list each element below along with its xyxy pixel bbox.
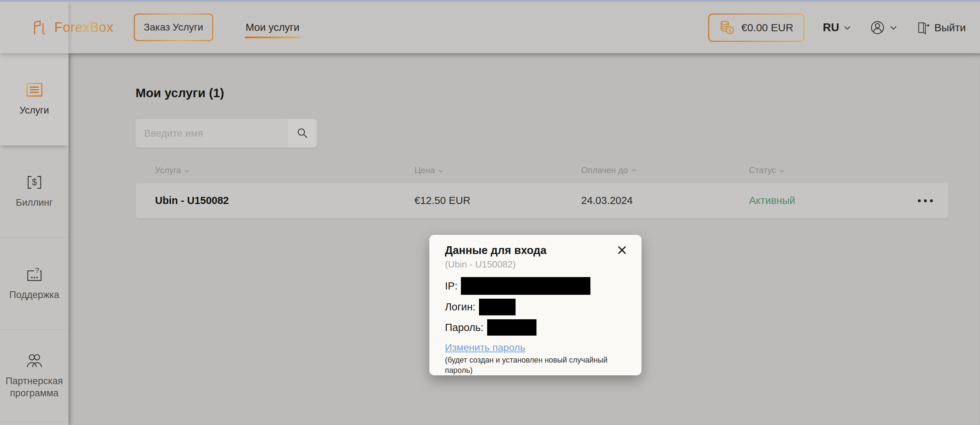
tab-my-services-label: Мои услуги [245, 22, 299, 33]
column-label: Статус [749, 165, 776, 175]
sidebar-item-support[interactable]: ? Поддержка [0, 238, 68, 330]
logout-label: Выйти [934, 22, 966, 34]
partner-people-icon [25, 353, 43, 369]
ip-label: IP: [445, 280, 457, 292]
logout-button[interactable]: Выйти [916, 21, 966, 35]
coins-icon: $ [719, 19, 735, 36]
user-icon [870, 20, 885, 35]
sidebar-item-billing[interactable]: $ Биллинг [0, 145, 68, 238]
password-label: Пароль: [445, 322, 484, 333]
dots-menu-icon [930, 199, 933, 202]
chevron-down-icon [843, 25, 851, 30]
search-box [135, 119, 317, 148]
column-header-paid-until[interactable]: Оплачен до [581, 165, 636, 175]
search-icon [296, 127, 309, 140]
column-header-price[interactable]: Цена [414, 165, 444, 175]
active-tab-underline [245, 37, 300, 38]
header: ForexBox Заказ Услуги Мои услуги [0, 2, 980, 53]
language-selector[interactable]: RU [823, 21, 851, 34]
change-password-link[interactable]: Изменить пароль [445, 342, 525, 353]
chevron-down-icon [889, 25, 897, 30]
brand-name: ForexBox [54, 20, 113, 35]
page-title: Мои услуги (1) [135, 86, 224, 100]
column-label: Оплачен до [581, 165, 628, 175]
credentials: IP: Логин: Пароль: [445, 277, 627, 336]
sidebar-item-label: Биллинг [16, 197, 52, 209]
redacted-login-value [479, 299, 515, 315]
column-header-status[interactable]: Статус [749, 165, 784, 175]
sidebar: Услуги $ Биллинг ? [0, 53, 68, 425]
order-services-label: Заказ Услуги [135, 14, 212, 40]
user-menu[interactable] [870, 20, 897, 35]
redacted-ip-value [461, 277, 590, 295]
close-icon [616, 244, 628, 256]
svg-text:$: $ [729, 28, 731, 33]
dots-menu-icon [918, 199, 921, 202]
tab-my-services[interactable]: Мои услуги [244, 2, 301, 53]
services-list-icon [25, 82, 43, 98]
sidebar-item-label: Поддержка [9, 289, 59, 301]
order-services-button[interactable]: Заказ Услуги [134, 13, 213, 41]
login-data-modal: Данные для входа (Ubin - U150082) IP: Ло… [430, 235, 641, 375]
status-badge: Активный [749, 183, 795, 218]
balance-button[interactable]: $ €0.00 EUR [708, 13, 804, 42]
change-password-note: (будет создан и установлен новый случайн… [445, 355, 627, 376]
row-actions-button[interactable] [906, 183, 945, 218]
sidebar-item-services[interactable]: Услуги [0, 53, 68, 145]
credential-row-ip: IP: [445, 277, 627, 295]
table-row[interactable] [135, 183, 948, 218]
credential-row-password: Пароль: [445, 319, 627, 336]
modal-title: Данные для входа [445, 244, 627, 257]
redacted-password-value [487, 319, 536, 336]
support-chat-icon: ? [25, 266, 43, 283]
column-label: Услуга [155, 165, 181, 175]
brand-logo[interactable]: ForexBox [30, 2, 113, 53]
column-header-service[interactable]: Услуга [155, 165, 189, 175]
logout-icon [916, 21, 930, 35]
table-header: Услуга Цена Оплачен до Статус [68, 165, 980, 178]
billing-dollar-icon: $ [25, 174, 43, 191]
svg-text:?: ? [35, 266, 39, 274]
login-label: Логин: [445, 301, 476, 313]
balance-amount: €0.00 EUR [741, 22, 793, 34]
sidebar-item-label: Услуги [19, 105, 49, 117]
dots-menu-icon [924, 199, 927, 202]
svg-text:$: $ [32, 177, 37, 187]
search-input[interactable] [135, 119, 288, 148]
search-button[interactable] [288, 119, 317, 148]
column-label: Цена [414, 165, 435, 175]
cell-price: €12.50 EUR [414, 183, 471, 218]
language-label: RU [823, 21, 839, 34]
modal-subtitle: (Ubin - U150082) [445, 259, 627, 270]
close-button[interactable] [614, 243, 630, 258]
sidebar-item-label: Партнерская программа [3, 375, 66, 400]
header-right-cluster: $ €0.00 EUR RU [708, 2, 966, 53]
top-accent-strip [0, 0, 980, 2]
cell-service-name: Ubin - U150082 [155, 183, 229, 218]
forexbox-logo-icon [30, 19, 51, 37]
sidebar-item-partner-program[interactable]: Партнерская программа [0, 330, 68, 422]
credential-row-login: Логин: [445, 299, 627, 315]
cell-paid-until: 24.03.2024 [581, 183, 633, 218]
